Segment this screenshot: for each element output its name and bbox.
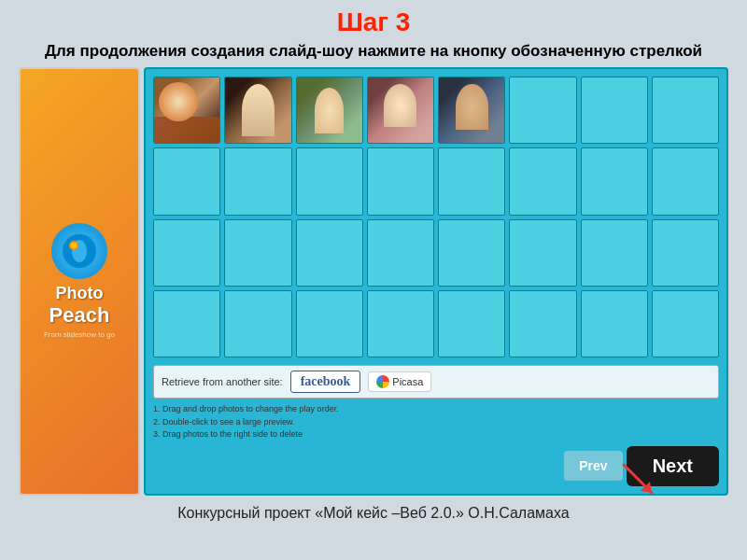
photo-cell-empty[interactable]: [224, 290, 291, 357]
picasa-button[interactable]: Picasa: [368, 371, 431, 392]
main-panel: Photo Peach From slideshow to go: [19, 67, 728, 496]
instruction-line-3: 3. Drag photos to the right side to dele…: [153, 428, 719, 441]
photo-cell[interactable]: [438, 77, 505, 144]
instruction-line-2: 2. Double-click to see a large preview.: [153, 416, 719, 429]
photo-cell-empty[interactable]: [581, 290, 648, 357]
photo-cell-empty[interactable]: [153, 290, 220, 357]
prev-button[interactable]: Prev: [564, 451, 622, 481]
photo-panel: Retrieve from another site: facebook Pic…: [144, 67, 728, 496]
photo-cell-empty[interactable]: [296, 290, 363, 357]
footer: Конкурсный проект «Мой кейс –Веб 2.0.» О…: [0, 496, 747, 531]
photo-cell[interactable]: [153, 77, 220, 144]
picasa-icon: [376, 375, 389, 388]
logo-circle: [51, 223, 107, 279]
next-button[interactable]: Next: [627, 446, 719, 486]
step-title: Шаг 3: [19, 7, 728, 37]
photo-cell-empty[interactable]: [509, 77, 576, 144]
photo-cell-empty[interactable]: [509, 219, 576, 287]
retrieve-label: Retrieve from another site:: [162, 376, 283, 387]
photo-cell-empty[interactable]: [652, 147, 719, 215]
logo-subtitle: From slideshow to go: [44, 330, 115, 339]
photo-grid: [153, 77, 719, 357]
photo-cell-empty[interactable]: [652, 77, 719, 144]
photo-cell[interactable]: [367, 77, 434, 144]
header: Шаг 3 Для продолжения создания слайд-шоу…: [0, 0, 747, 67]
logo-icon: [61, 232, 98, 270]
photo-cell[interactable]: [296, 77, 363, 144]
logo-photo-text: Photo: [56, 284, 104, 303]
retrieve-bar: Retrieve from another site: facebook Pic…: [153, 365, 719, 399]
photo-cell-empty[interactable]: [509, 147, 576, 215]
photo-cell-empty[interactable]: [367, 147, 434, 215]
photo-cell-empty[interactable]: [438, 219, 505, 287]
photo-cell-empty[interactable]: [509, 290, 576, 357]
photo-cell-empty[interactable]: [296, 147, 363, 215]
photo-cell-empty[interactable]: [438, 290, 505, 357]
facebook-button[interactable]: facebook: [290, 371, 361, 393]
footer-text: Конкурсный проект «Мой кейс –Веб 2.0.» О…: [177, 505, 569, 521]
photo-cell-empty[interactable]: [296, 219, 363, 287]
photo-cell-empty[interactable]: [652, 290, 719, 357]
photo-cell-empty[interactable]: [224, 219, 291, 287]
photo-cell-empty[interactable]: [581, 147, 648, 215]
instructions: 1. Drag and drop photos to change the pl…: [153, 403, 719, 441]
step-description: Для продолжения создания слайд-шоу нажми…: [19, 41, 728, 62]
photo-cell-empty[interactable]: [438, 147, 505, 215]
photo-cell-empty[interactable]: [367, 219, 434, 287]
photo-cell-empty[interactable]: [224, 147, 291, 215]
photo-cell-empty[interactable]: [153, 219, 220, 287]
photo-cell-empty[interactable]: [581, 219, 648, 287]
logo-sidebar: Photo Peach From slideshow to go: [19, 67, 140, 496]
photo-cell[interactable]: [224, 77, 291, 144]
photo-cell-empty[interactable]: [581, 77, 648, 144]
svg-point-3: [71, 243, 77, 248]
nav-buttons: Prev Next: [153, 446, 719, 486]
picasa-label: Picasa: [392, 376, 423, 387]
photo-cell-empty[interactable]: [652, 219, 719, 287]
instruction-line-1: 1. Drag and drop photos to change the pl…: [153, 403, 719, 416]
logo-peach-text: Peach: [49, 303, 110, 328]
photo-cell-empty[interactable]: [153, 147, 220, 215]
photo-cell-empty[interactable]: [367, 290, 434, 357]
